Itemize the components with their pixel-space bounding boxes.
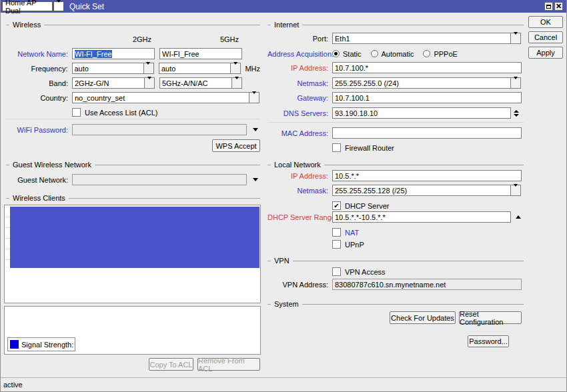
country-row: Country: no_country_set	[6, 92, 260, 103]
vpn-access-checkbox[interactable]	[332, 267, 341, 276]
maximize-button[interactable]	[544, 2, 553, 11]
upnp-row: UPnP	[332, 239, 364, 250]
use-acl-row: Use Access List (ACL)	[72, 107, 157, 118]
radio-automatic[interactable]	[371, 50, 378, 57]
column-header-5ghz: 5GHz	[159, 35, 242, 43]
network-name-2ghz-value: WI-FI_Free	[75, 50, 112, 58]
firewall-router-row: Firewall Router	[332, 142, 394, 153]
band-5ghz-input[interactable]: 5GHz-A/N/AC	[159, 77, 232, 89]
port-input[interactable]: Eth1	[332, 33, 511, 44]
lan-netmask-input[interactable]: 255.255.255.128 (/25)	[332, 185, 511, 196]
frequency-5ghz-input[interactable]: auto	[159, 63, 231, 74]
wan-ip-input[interactable]: 10.7.100.*	[332, 62, 522, 73]
apply-button[interactable]: Apply	[528, 47, 563, 59]
dns-input[interactable]: 93.190.18.10	[332, 107, 511, 119]
wps-accept-button[interactable]: WPS Accept	[212, 139, 260, 152]
wifi-password-row: WiFi Password:	[6, 124, 260, 135]
ok-button[interactable]: OK	[528, 16, 563, 28]
check-for-updates-button[interactable]: Check For Updates	[390, 311, 456, 324]
nat-label: NAT	[345, 229, 359, 237]
mac-input[interactable]	[332, 127, 522, 139]
copy-to-acl-button[interactable]: Copy To ACL	[149, 358, 193, 371]
frequency-label: Frequency:	[6, 65, 72, 73]
port-label: Port:	[267, 35, 332, 43]
signal-strength-legend-label: Signal Strength:	[21, 341, 73, 349]
dropdown-icon	[235, 79, 239, 87]
close-icon: ✕	[556, 3, 562, 9]
dhcp-server-checkbox[interactable]	[332, 201, 341, 210]
maximize-icon	[546, 5, 551, 9]
wan-netmask-dropdown-button[interactable]	[510, 77, 521, 89]
preset-value: Home AP Dual	[5, 0, 49, 15]
dhcp-server-row: DHCP Server	[332, 200, 389, 211]
network-name-2ghz-input[interactable]: WI-FI_Free	[72, 48, 155, 59]
cancel-button[interactable]: Cancel	[528, 31, 563, 43]
country-input[interactable]: no_country_set	[72, 92, 249, 103]
window-title: Quick Set	[69, 2, 104, 11]
network-name-row: Network Name: WI-FI_Free WI-FI_Free	[6, 48, 260, 59]
band-5ghz-dropdown-button[interactable]	[231, 77, 242, 89]
vpn-address-row: VPN Address: 83080787c610.sn.mynetname.n…	[267, 279, 524, 290]
radio-static[interactable]	[332, 50, 340, 57]
internet-section-header: Internet	[267, 21, 524, 29]
guest-network-expand-icon[interactable]	[253, 178, 258, 181]
password-button[interactable]: Password...	[468, 335, 509, 347]
lan-netmask-dropdown-button[interactable]	[510, 185, 521, 196]
lan-ip-label: IP Address:	[267, 172, 332, 180]
preset-dropdown-button[interactable]	[53, 1, 64, 11]
radio-pppoe[interactable]	[423, 50, 430, 57]
close-button[interactable]: ✕	[554, 2, 563, 11]
dropdown-icon	[57, 3, 61, 11]
signal-strength-chart: Signal Strength:	[4, 306, 261, 355]
clients-section-header: Wireless Clients	[6, 194, 260, 202]
status-bar: active	[1, 377, 566, 391]
dhcp-range-collapse-icon[interactable]	[516, 215, 521, 219]
wifi-password-input[interactable]	[72, 124, 247, 135]
port-row: Port: Eth1	[267, 33, 524, 44]
frequency-2ghz-dropdown-button[interactable]	[143, 63, 154, 74]
port-dropdown-button[interactable]	[510, 33, 521, 44]
radio-static-label: Static	[343, 50, 362, 58]
band-2ghz-dropdown-button[interactable]	[144, 77, 155, 89]
internet-divider	[267, 122, 524, 123]
guest-section-header: Guest Wireless Network	[6, 161, 260, 169]
wan-netmask-input[interactable]: 255.255.255.0 (/24)	[332, 77, 511, 89]
vpn-address-label: VPN Address:	[267, 281, 332, 289]
band-2ghz-input[interactable]: 2GHz-G/N	[72, 77, 145, 89]
frequency-row: Frequency: auto auto MHz	[6, 63, 260, 74]
dropdown-icon	[514, 79, 518, 87]
wan-netmask-label: Netmask:	[267, 79, 332, 87]
firewall-router-checkbox[interactable]	[332, 143, 341, 152]
wireless-clients-table[interactable]	[4, 205, 261, 303]
dhcp-range-row: DHCP Server Range: 10.5.*.*-10.5.*.*	[267, 211, 524, 223]
use-acl-label: Use Access List (ACL)	[85, 109, 157, 117]
lan-ip-input[interactable]: 10.5.*.*	[332, 170, 522, 181]
wifi-password-expand-icon[interactable]	[253, 128, 258, 131]
vpn-address-input[interactable]: 83080787c610.sn.mynetname.net	[332, 279, 522, 290]
gateway-row: Gateway: 10.7.100.1	[267, 92, 524, 103]
lan-netmask-label: Netmask:	[267, 187, 332, 195]
reset-configuration-button[interactable]: Reset Configuration	[459, 311, 522, 324]
use-acl-checkbox[interactable]	[72, 108, 81, 117]
nat-checkbox[interactable]	[332, 228, 341, 237]
dns-row: DNS Servers: 93.190.18.10	[267, 107, 524, 119]
upnp-checkbox[interactable]	[332, 240, 341, 249]
guest-network-input[interactable]	[72, 174, 247, 185]
radio-automatic-label: Automatic	[382, 50, 414, 58]
dhcp-server-label: DHCP Server	[345, 202, 389, 210]
dns-add-remove-spinner[interactable]	[514, 110, 519, 117]
title-bar: Home AP Dual Quick Set ✕	[1, 0, 566, 13]
gateway-input[interactable]: 10.7.100.1	[332, 92, 522, 103]
frequency-2ghz-input[interactable]: auto	[72, 63, 144, 74]
network-name-5ghz-input[interactable]: WI-FI_Free	[159, 48, 242, 59]
dropdown-icon	[233, 65, 238, 73]
country-label: Country:	[6, 94, 72, 102]
remove-from-acl-button[interactable]: Remove From ACL	[197, 358, 260, 371]
country-dropdown-button[interactable]	[249, 92, 259, 103]
guest-network-row: Guest Network:	[6, 174, 260, 185]
mac-row: MAC Address:	[267, 127, 524, 139]
preset-select[interactable]: Home AP Dual	[2, 1, 53, 11]
dhcp-range-input[interactable]: 10.5.*.*-10.5.*.*	[332, 211, 511, 223]
dropdown-icon	[252, 94, 257, 102]
frequency-5ghz-dropdown-button[interactable]	[230, 63, 241, 74]
